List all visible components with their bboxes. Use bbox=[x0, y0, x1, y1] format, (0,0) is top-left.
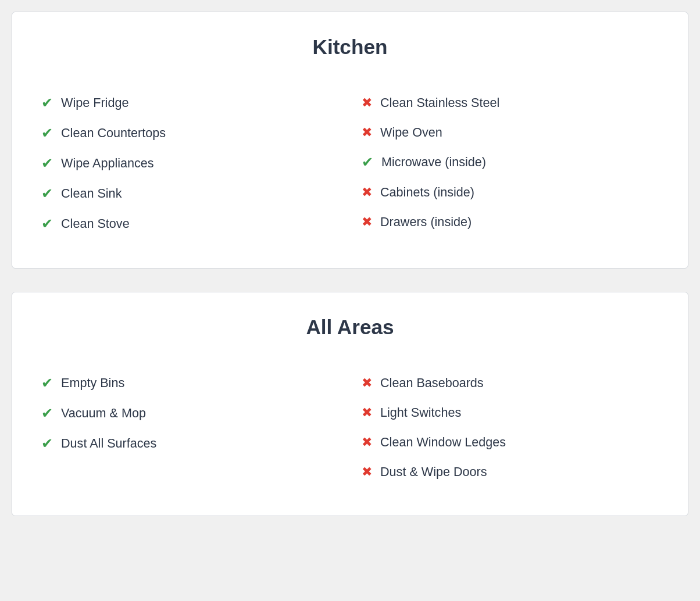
list-item: ✔Wipe Appliances bbox=[41, 148, 338, 178]
check-icon: ✔ bbox=[41, 216, 53, 232]
list-item: ✖Clean Stainless Steel bbox=[362, 88, 659, 117]
item-label: Dust All Surfaces bbox=[61, 436, 156, 451]
item-label: Empty Bins bbox=[61, 375, 124, 391]
list-item: ✔Wipe Fridge bbox=[41, 88, 338, 118]
check-icon: ✔ bbox=[41, 155, 53, 171]
item-label: Clean Stainless Steel bbox=[380, 95, 499, 110]
list-item: ✖Clean Window Ledges bbox=[362, 427, 659, 457]
all-areas-section: All Areas ✔Empty Bins✔Vacuum & Mop✔Dust … bbox=[12, 292, 688, 516]
check-icon: ✔ bbox=[41, 375, 53, 391]
list-item: ✔Microwave (inside) bbox=[362, 147, 659, 177]
item-label: Wipe Fridge bbox=[61, 95, 128, 110]
all-areas-title: All Areas bbox=[41, 310, 659, 339]
item-label: Clean Window Ledges bbox=[380, 435, 506, 450]
all-areas-grid: ✔Empty Bins✔Vacuum & Mop✔Dust All Surfac… bbox=[41, 368, 659, 486]
cross-icon: ✖ bbox=[362, 214, 372, 230]
kitchen-left-column: ✔Wipe Fridge✔Clean Countertops✔Wipe Appl… bbox=[41, 88, 338, 239]
check-icon: ✔ bbox=[41, 125, 53, 141]
cross-icon: ✖ bbox=[362, 464, 372, 480]
cross-icon: ✖ bbox=[362, 124, 372, 140]
cross-icon: ✖ bbox=[362, 405, 372, 420]
item-label: Drawers (inside) bbox=[380, 214, 472, 230]
all-areas-left-column: ✔Empty Bins✔Vacuum & Mop✔Dust All Surfac… bbox=[41, 368, 338, 486]
all-areas-right-column: ✖Clean Baseboards✖Light Switches✖Clean W… bbox=[362, 368, 659, 486]
kitchen-right-column: ✖Clean Stainless Steel✖Wipe Oven✔Microwa… bbox=[362, 88, 659, 239]
kitchen-section: Kitchen ✔Wipe Fridge✔Clean Countertops✔W… bbox=[12, 12, 688, 269]
list-item: ✔Vacuum & Mop bbox=[41, 398, 338, 428]
item-label: Wipe Oven bbox=[380, 125, 442, 140]
check-icon: ✔ bbox=[362, 154, 373, 170]
list-item: ✖Light Switches bbox=[362, 398, 659, 427]
item-label: Clean Sink bbox=[61, 186, 122, 201]
list-item: ✔Clean Stove bbox=[41, 209, 338, 239]
item-label: Cabinets (inside) bbox=[380, 185, 474, 200]
item-label: Light Switches bbox=[380, 405, 461, 420]
check-icon: ✔ bbox=[41, 185, 53, 202]
item-label: Clean Baseboards bbox=[380, 375, 484, 391]
kitchen-grid: ✔Wipe Fridge✔Clean Countertops✔Wipe Appl… bbox=[41, 88, 659, 239]
list-item: ✔Dust All Surfaces bbox=[41, 428, 338, 459]
check-icon: ✔ bbox=[41, 95, 53, 111]
list-item: ✖Wipe Oven bbox=[362, 117, 659, 147]
cross-icon: ✖ bbox=[362, 375, 372, 391]
list-item: ✖Clean Baseboards bbox=[362, 368, 659, 398]
list-item: ✔Clean Countertops bbox=[41, 118, 338, 148]
check-icon: ✔ bbox=[41, 405, 53, 421]
item-label: Microwave (inside) bbox=[381, 155, 486, 170]
check-icon: ✔ bbox=[41, 435, 53, 452]
list-item: ✔Clean Sink bbox=[41, 178, 338, 209]
cross-icon: ✖ bbox=[362, 184, 372, 200]
item-label: Dust & Wipe Doors bbox=[380, 464, 487, 480]
cross-icon: ✖ bbox=[362, 434, 372, 450]
list-item: ✔Empty Bins bbox=[41, 368, 338, 398]
cross-icon: ✖ bbox=[362, 95, 372, 110]
item-label: Wipe Appliances bbox=[61, 156, 154, 171]
kitchen-title: Kitchen bbox=[41, 30, 659, 59]
item-label: Clean Stove bbox=[61, 216, 130, 231]
list-item: ✖Cabinets (inside) bbox=[362, 177, 659, 207]
list-item: ✖Dust & Wipe Doors bbox=[362, 457, 659, 486]
list-item: ✖Drawers (inside) bbox=[362, 207, 659, 237]
item-label: Clean Countertops bbox=[61, 126, 166, 141]
item-label: Vacuum & Mop bbox=[61, 406, 146, 421]
